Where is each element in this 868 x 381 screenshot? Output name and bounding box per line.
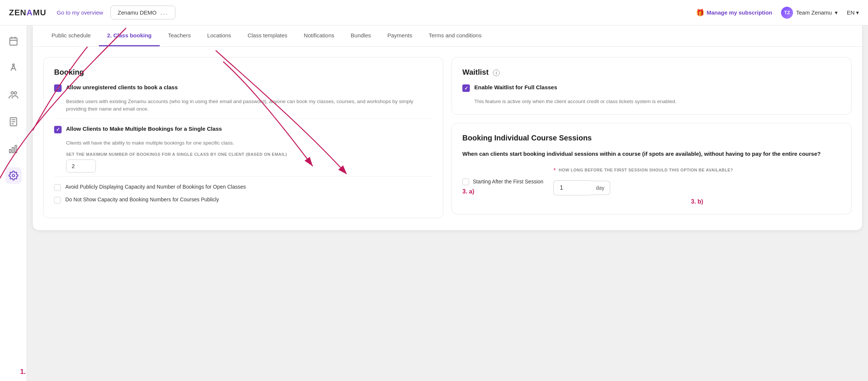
tab-class-templates[interactable]: Class templates: [239, 25, 296, 46]
session-checkbox-label: Starting After the First Session: [473, 179, 543, 185]
sidebar-item-yoga[interactable]: [5, 60, 22, 76]
checkbox-unregistered-desc: Besides users with existing Zenamu accou…: [66, 98, 433, 113]
tab-public-schedule[interactable]: Public schedule: [43, 25, 99, 46]
svg-rect-0: [10, 38, 17, 45]
logo: ZENAMU: [9, 8, 46, 18]
svg-point-14: [12, 174, 15, 177]
booking-card-title: Booking: [54, 68, 433, 77]
booking-card: Booking Allow unregistered clients to bo…: [43, 57, 443, 218]
tab-notifications[interactable]: Notifications: [296, 25, 343, 46]
checkbox-waitlist: Enable Waitlist for Full Classes: [462, 84, 841, 92]
waitlist-card-title: Waitlist i: [462, 68, 841, 77]
content-area: Public schedule 2. Class booking Teacher…: [27, 25, 868, 381]
required-star: *: [553, 167, 556, 174]
divider-2: [54, 176, 433, 177]
sidebar-item-notes[interactable]: [5, 114, 22, 130]
booking-sessions-desc: When can clients start booking individua…: [462, 150, 841, 158]
checkbox-hide-courses-box[interactable]: [54, 197, 61, 204]
sidebar-item-analytics[interactable]: [5, 140, 22, 157]
checkbox-waitlist-label: Enable Waitlist for Full Classes: [474, 84, 557, 90]
waitlist-info-icon[interactable]: i: [493, 69, 500, 76]
chevron-down-icon: ▾: [856, 9, 859, 16]
svg-rect-13: [15, 145, 16, 153]
max-bookings-label: SET THE MAXIMUM NUMBER OF BOOKINGS FOR A…: [66, 152, 433, 157]
svg-rect-12: [12, 148, 13, 153]
checkbox-unregistered: Allow unregistered clients to book a cla…: [54, 84, 433, 92]
session-right: * HOW LONG BEFORE THE FIRST SESSION SHOU…: [553, 167, 841, 205]
checkbox-unregistered-label: Allow unregistered clients to book a cla…: [66, 84, 178, 90]
annotation-3b: 3. b): [553, 198, 841, 205]
overview-link[interactable]: Go to my overview: [57, 9, 103, 16]
main-layout: 1. Public schedule 2. Class booking Teac…: [0, 25, 868, 381]
required-label-row: * HOW LONG BEFORE THE FIRST SESSION SHOU…: [553, 167, 841, 177]
right-label: HOW LONG BEFORE THE FIRST SESSION SHOULD…: [559, 167, 733, 173]
waitlist-card: Waitlist i Enable Waitlist for Full Clas…: [452, 57, 852, 115]
tabs-bar: Public schedule 2. Class booking Teacher…: [33, 25, 862, 47]
sidebar-item-calendar[interactable]: [5, 33, 22, 49]
max-bookings-input[interactable]: [66, 159, 96, 173]
booking-sessions-title: Booking Individual Course Sessions: [462, 134, 841, 142]
sidebar-item-settings[interactable]: [5, 167, 22, 184]
tab-class-booking[interactable]: 2. Class booking: [99, 25, 160, 46]
day-input[interactable]: [553, 180, 591, 195]
demo-button[interactable]: Zenamu DEMO ...: [110, 6, 175, 19]
top-bar: ZENAMU Go to my overview Zenamu DEMO ...…: [0, 0, 868, 25]
checkbox-unregistered-box[interactable]: [54, 84, 62, 92]
svg-point-6: [14, 92, 16, 94]
checkbox-hide-courses: Do Not Show Capacity and Booking Numbers…: [54, 196, 433, 204]
tab-payments[interactable]: Payments: [379, 25, 421, 46]
checkbox-multiple: Allow Clients to Make Multiple Bookings …: [54, 126, 433, 133]
tab-terms-conditions[interactable]: Terms and conditions: [421, 25, 490, 46]
annotation-1: 1.: [20, 368, 26, 376]
day-input-group: day: [553, 180, 841, 195]
checkbox-hide-capacity-label: Avoid Publicly Displaying Capacity and N…: [65, 183, 246, 191]
tab-teachers[interactable]: Teachers: [160, 25, 199, 46]
sessions-row: Starting After the First Session 3. a) *…: [462, 167, 841, 205]
language-selector[interactable]: EN ▾: [847, 9, 859, 16]
avatar: TZ: [781, 7, 793, 19]
divider-1: [54, 118, 433, 119]
annotation-3a: 3. a): [462, 188, 544, 195]
page-content: Booking Allow unregistered clients to bo…: [33, 47, 862, 230]
booking-sessions-card: Booking Individual Course Sessions When …: [452, 123, 852, 214]
checkbox-multiple-desc: Clients will have the ability to make mu…: [66, 139, 433, 147]
top-bar-right: 🎁 Manage my subscription TZ Team Zenamu …: [696, 7, 859, 19]
user-menu[interactable]: TZ Team Zenamu ▾: [781, 7, 838, 19]
checkbox-multiple-label: Allow Clients to Make Multiple Bookings …: [66, 126, 222, 132]
day-suffix: day: [591, 181, 610, 195]
session-checkbox-area: Starting After the First Session: [462, 178, 544, 185]
checkbox-hide-capacity: Avoid Publicly Displaying Capacity and N…: [54, 183, 433, 191]
more-dots-icon[interactable]: ...: [160, 9, 168, 16]
session-left: Starting After the First Session 3. a): [462, 167, 544, 195]
tab-locations[interactable]: Locations: [199, 25, 239, 46]
svg-rect-11: [9, 149, 11, 153]
settings-panel: Public schedule 2. Class booking Teacher…: [33, 25, 862, 230]
checkbox-hide-courses-label: Do Not Show Capacity and Booking Numbers…: [65, 196, 219, 204]
tab-bundles[interactable]: Bundles: [343, 25, 379, 46]
right-column: Waitlist i Enable Waitlist for Full Clas…: [452, 57, 852, 218]
checkbox-hide-capacity-box[interactable]: [54, 184, 61, 191]
svg-point-4: [12, 64, 14, 65]
sidebar-item-groups[interactable]: [5, 87, 22, 103]
waitlist-desc: This feature is active only when the cli…: [474, 98, 841, 105]
subscription-link[interactable]: 🎁 Manage my subscription: [696, 9, 772, 17]
checkbox-multiple-box[interactable]: [54, 126, 62, 133]
session-checkbox-box[interactable]: [462, 179, 469, 185]
gift-icon: 🎁: [696, 9, 704, 17]
chevron-down-icon: ▾: [835, 9, 838, 16]
max-bookings-group: SET THE MAXIMUM NUMBER OF BOOKINGS FOR A…: [66, 152, 433, 173]
sidebar: 1.: [0, 25, 27, 381]
checkbox-waitlist-box[interactable]: [462, 84, 470, 92]
svg-point-5: [11, 92, 13, 94]
